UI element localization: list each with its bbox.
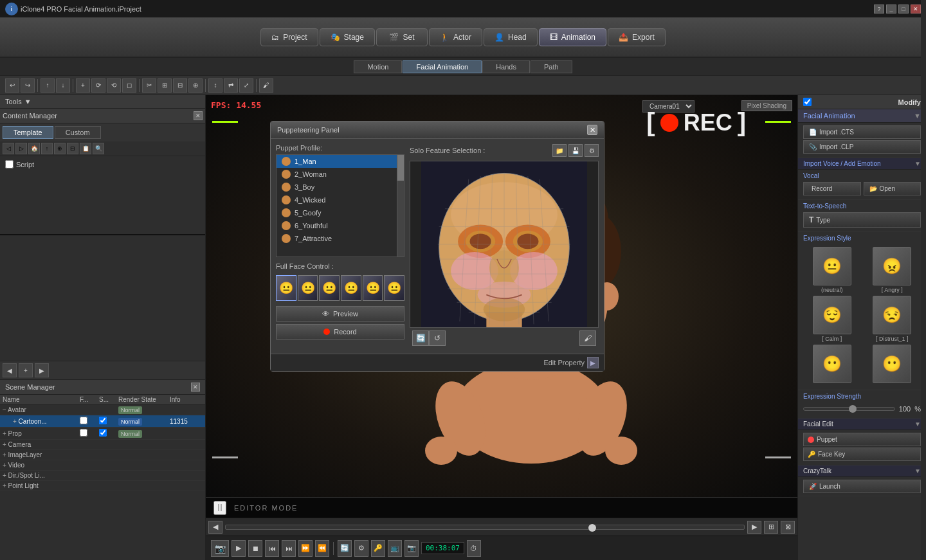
panel-add-button[interactable]: +	[19, 363, 33, 377]
import-clp-button[interactable]: 📎 Import .CLP	[803, 140, 921, 154]
puppet-button[interactable]: Puppet	[803, 433, 921, 446]
expr-extra-2[interactable]: 😶	[864, 345, 921, 384]
playback-settings-button[interactable]: ⚙	[354, 540, 368, 557]
table-row[interactable]: + Prop Normal	[0, 428, 205, 440]
profile-item-man[interactable]: 1_Man	[277, 155, 404, 168]
cm-icon-2[interactable]: ▷	[15, 143, 27, 154]
face-thumb-4[interactable]: 😐	[363, 275, 383, 301]
table-row[interactable]: + Video	[0, 460, 205, 471]
expr-scrollbar[interactable]	[921, 95, 926, 560]
tab-motion[interactable]: Motion	[354, 60, 402, 73]
paint-button[interactable]: 🖌	[259, 78, 273, 93]
expr-angry[interactable]: 😠 [ Angry ]	[864, 247, 921, 293]
timeline-extra-1[interactable]: ⊞	[764, 521, 778, 534]
tab-path[interactable]: Path	[531, 60, 572, 73]
profile-item-youthful[interactable]: 6_Youthful	[277, 219, 404, 232]
add-button[interactable]: +	[76, 78, 90, 93]
nav-animation[interactable]: 🎞 Animation	[539, 28, 606, 46]
preview-button[interactable]: 👁 Preview	[276, 306, 404, 321]
puppet-close-button[interactable]: ✕	[587, 125, 597, 135]
cartoon-s-check[interactable]	[99, 417, 107, 424]
minus-button[interactable]: ⊟	[173, 78, 187, 93]
expand-button[interactable]: ⤢	[239, 78, 253, 93]
help-button[interactable]: ?	[874, 5, 884, 14]
tab-template[interactable]: Template	[3, 126, 53, 139]
move-down-button[interactable]: ↓	[56, 78, 70, 93]
cm-icon-6[interactable]: ⊟	[67, 143, 78, 154]
playback-play-button[interactable]: ▶	[232, 540, 246, 557]
panel-prev-button[interactable]: ◀	[3, 363, 17, 377]
playback-end-button[interactable]: ⏭	[282, 540, 296, 557]
table-row[interactable]: − Avatar Normal	[0, 405, 205, 415]
timeline-right-button[interactable]: ▶	[747, 521, 761, 534]
expr-distrust[interactable]: 😒 [ Distrust_1 ]	[864, 296, 921, 342]
cm-icon-3[interactable]: 🏠	[28, 143, 40, 154]
tab-hands[interactable]: Hands	[482, 60, 530, 73]
reset-face-button[interactable]: ↺	[429, 330, 446, 346]
launch-button[interactable]: 🚀 Launch	[803, 480, 921, 493]
expr-calm[interactable]: 😌 [ Calm ]	[803, 296, 861, 342]
profile-item-goofy[interactable]: 5_Goofy	[277, 206, 404, 219]
import-cts-button[interactable]: 📄 Import .CTS	[803, 125, 921, 139]
cm-icon-7[interactable]: 📋	[80, 143, 91, 154]
right-panel-toggle[interactable]	[803, 98, 812, 106]
cm-icon-5[interactable]: ⊕	[54, 143, 66, 154]
profile-list[interactable]: 1_Man 2_Woman 3_Boy	[276, 154, 404, 257]
cm-icon-4[interactable]: ↑	[41, 143, 53, 154]
playback-screen-button[interactable]: 📺	[388, 540, 402, 557]
expr-neutral[interactable]: 😐 (neutral)	[803, 247, 861, 293]
rotate-cw-button[interactable]: ⟳	[91, 78, 105, 93]
timeline-extra-2[interactable]: ⊠	[781, 521, 795, 534]
face-key-button[interactable]: 🔑 Face Key	[803, 447, 921, 461]
solo-icon-3[interactable]: ⚙	[585, 144, 599, 157]
strength-slider[interactable]	[803, 407, 895, 411]
playback-loop-button[interactable]: 🔄	[338, 540, 352, 557]
rotate-ccw-button[interactable]: ⟲	[107, 78, 121, 93]
nav-project[interactable]: 🗂 Project	[260, 28, 318, 46]
script-checkbox[interactable]	[5, 160, 14, 168]
swap-button[interactable]: ⇄	[224, 78, 238, 93]
move-up-button[interactable]: ↑	[41, 78, 55, 93]
type-button[interactable]: T Type	[803, 212, 921, 228]
prop-s-check[interactable]	[99, 429, 107, 437]
table-row[interactable]: + Camera	[0, 440, 205, 450]
face-thumb-3[interactable]: 😐	[341, 275, 361, 301]
profile-item-attractive[interactable]: 7_Attractive	[277, 232, 404, 245]
profile-item-boy[interactable]: 3_Boy	[277, 181, 404, 194]
cm-icon-1[interactable]: ◁	[3, 143, 14, 154]
expand-avatar[interactable]: −	[3, 406, 6, 413]
timeline-left-button[interactable]: ◀	[208, 521, 222, 534]
solo-icon-2[interactable]: 💾	[568, 144, 583, 157]
close-button[interactable]: ✕	[911, 5, 921, 14]
face-thumb-1[interactable]: 😐	[298, 275, 318, 301]
vocal-open-button[interactable]: 📂 Open	[864, 182, 921, 195]
playback-key-button[interactable]: 🔑	[371, 540, 385, 557]
plus-circle-button[interactable]: ⊕	[188, 78, 203, 93]
scrollbar-thumb[interactable]	[397, 155, 404, 181]
vocal-record-button[interactable]: Record	[803, 182, 861, 195]
nav-actor[interactable]: 🚶 Actor	[429, 28, 482, 46]
panel-next-button[interactable]: ▶	[35, 363, 49, 377]
nav-head[interactable]: 👤 Head	[484, 28, 538, 46]
tab-custom[interactable]: Custom	[55, 126, 101, 139]
playback-timer-button[interactable]: ⏱	[467, 540, 481, 557]
maximize-button[interactable]: □	[898, 5, 909, 14]
expr-extra-1[interactable]: 😶	[803, 345, 861, 384]
grid-button[interactable]: ⊞	[158, 78, 172, 93]
resize-button[interactable]: ↕	[208, 78, 222, 93]
minimize-button[interactable]: _	[886, 5, 896, 14]
edit-property-button[interactable]: ▶	[587, 357, 599, 368]
playback-backward-button[interactable]: ⏪	[315, 540, 329, 557]
cut-button[interactable]: ✂	[142, 78, 156, 93]
cm-icon-8[interactable]: 🔍	[93, 143, 104, 154]
record-button[interactable]: Record	[276, 324, 404, 339]
playback-start-button[interactable]: ⏮	[265, 540, 279, 557]
pause-button[interactable]: ⏸	[213, 501, 226, 515]
playback-stop-button[interactable]: ⏹	[248, 540, 262, 557]
face-thumb-0[interactable]: 😐	[276, 275, 296, 301]
timeline-scrubber[interactable]	[225, 525, 745, 530]
brush-face-button[interactable]: 🖌	[579, 330, 596, 346]
table-row[interactable]: + Point Light	[0, 481, 205, 491]
profile-scrollbar[interactable]	[397, 154, 404, 257]
face-preview[interactable]	[410, 161, 599, 328]
